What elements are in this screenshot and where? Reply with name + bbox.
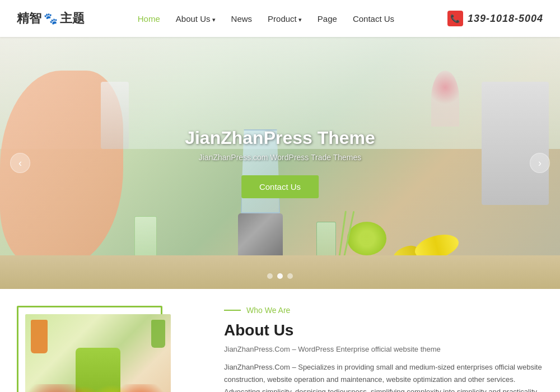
carousel-dot-1[interactable] (267, 273, 273, 279)
kitchen-counter (0, 255, 560, 289)
carousel-dots (267, 273, 293, 279)
carousel-next-arrow[interactable]: › (530, 153, 550, 173)
bottle-1 (101, 82, 129, 149)
logo-suffix: 主题 (60, 10, 85, 27)
site-header: 精智 🐾 主题 Home About Us News Product Page … (0, 0, 560, 37)
blender-base (238, 213, 283, 258)
nav-item-page[interactable]: Page (318, 14, 337, 24)
bottle-green (151, 320, 165, 348)
flowers (431, 71, 459, 127)
kiwi-fruit (347, 222, 386, 255)
oven (482, 82, 549, 205)
about-description: JianZhanPress.Com – Specializes in provi… (224, 361, 543, 392)
logo-paw-icon: 🐾 (44, 12, 58, 25)
section-tag-text: Who We Are (246, 306, 290, 315)
bottle-orange (31, 320, 48, 353)
hero-title: JianZhanPress Theme (185, 128, 375, 148)
hero-section: JianZhanPress Theme JianZhanPress.com Wo… (0, 37, 560, 289)
about-image-inner (25, 314, 171, 392)
about-image-container (17, 306, 202, 392)
fruit-spread (28, 384, 168, 392)
hero-cta-button[interactable]: Contact Us (241, 175, 319, 198)
nav-item-home[interactable]: Home (138, 14, 160, 24)
hero-banner: JianZhanPress Theme JianZhanPress.com Wo… (0, 37, 560, 289)
below-hero-section: Who We Are About Us JianZhanPress.Com – … (0, 289, 560, 323)
phone-area: 📞 139-1018-5004 (447, 11, 543, 26)
phone-icon: 📞 (447, 11, 463, 26)
carousel-dot-3[interactable] (287, 273, 293, 279)
hero-content: JianZhanPress Theme JianZhanPress.com Wo… (185, 128, 375, 198)
phone-number: 139-1018-5004 (468, 13, 543, 25)
logo-chinese: 精智 (17, 10, 41, 27)
nav-item-about[interactable]: About Us (176, 14, 216, 24)
main-nav: Home About Us News Product Page Contact … (138, 14, 394, 24)
about-title: About Us (224, 321, 543, 339)
nav-item-contact[interactable]: Contact Us (353, 14, 394, 24)
carousel-dot-2[interactable] (277, 273, 283, 279)
hero-subtitle: JianZhanPress.com WordPress Trade Themes (185, 153, 375, 162)
section-tag: Who We Are (224, 306, 543, 315)
nav-item-news[interactable]: News (231, 14, 253, 24)
about-subtitle: JianZhanPress.Com – WordPress Enterprise… (224, 345, 543, 353)
logo[interactable]: 精智 🐾 主题 (17, 10, 85, 27)
tag-line-decoration (224, 310, 241, 311)
nav-item-product[interactable]: Product (268, 14, 302, 24)
carousel-prev-arrow[interactable]: ‹ (10, 153, 30, 173)
